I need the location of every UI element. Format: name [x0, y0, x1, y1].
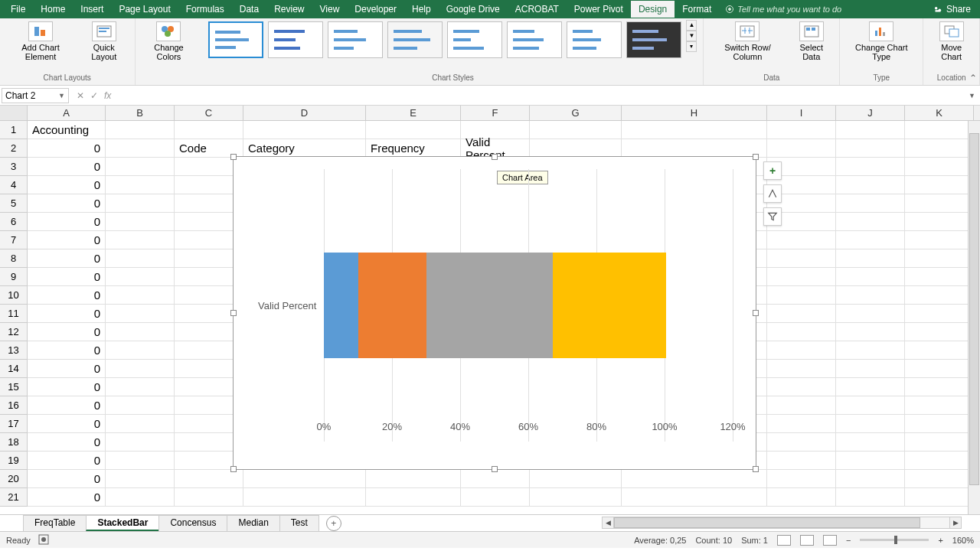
cell-B16[interactable]	[106, 396, 175, 415]
cell-B4[interactable]	[106, 176, 175, 194]
row-header-10[interactable]: 10	[0, 286, 28, 305]
sheet-tab-freqtable[interactable]: FreqTable	[23, 515, 87, 531]
cell-B10[interactable]	[106, 286, 175, 305]
cell-H21[interactable]	[622, 488, 767, 507]
cell-I12[interactable]	[767, 323, 836, 341]
tab-data[interactable]: Data	[232, 1, 266, 18]
cell-I8[interactable]	[767, 249, 836, 268]
cell-J4[interactable]	[836, 176, 905, 194]
row-header-21[interactable]: 21	[0, 488, 28, 507]
cell-G21[interactable]	[530, 488, 622, 507]
chart-filters-button[interactable]	[763, 207, 782, 226]
cell-G20[interactable]	[530, 470, 622, 488]
cell-I18[interactable]	[767, 433, 836, 452]
column-header-F[interactable]: F	[461, 106, 530, 120]
row-header-17[interactable]: 17	[0, 415, 28, 433]
cell-B5[interactable]	[106, 194, 175, 213]
cell-A18[interactable]: 0	[28, 433, 106, 452]
cell-C1[interactable]	[175, 121, 243, 139]
tab-developer[interactable]: Developer	[347, 1, 404, 18]
row-header-12[interactable]: 12	[0, 323, 28, 341]
cell-A5[interactable]: 0	[28, 194, 106, 213]
cell-G2[interactable]	[530, 139, 622, 158]
cell-B7[interactable]	[106, 231, 175, 249]
cell-J19[interactable]	[836, 452, 905, 470]
cell-A14[interactable]: 0	[28, 360, 106, 378]
cell-J3[interactable]	[836, 158, 905, 176]
row-header-4[interactable]: 4	[0, 176, 28, 194]
column-header-D[interactable]: D	[243, 106, 366, 120]
view-page-break-button[interactable]	[823, 535, 837, 546]
cell-J20[interactable]	[836, 470, 905, 488]
cell-J18[interactable]	[836, 433, 905, 452]
cell-J16[interactable]	[836, 396, 905, 415]
zoom-out-button[interactable]: −	[846, 536, 851, 545]
cancel-formula-icon[interactable]: ✕	[77, 90, 84, 101]
bar-segment[interactable]	[358, 253, 426, 358]
tab-insert[interactable]: Insert	[73, 1, 111, 18]
row-header-7[interactable]: 7	[0, 231, 28, 249]
cell-A10[interactable]: 0	[28, 286, 106, 305]
chart-styles-button[interactable]	[763, 184, 782, 203]
quick-layout-button[interactable]: Quick Layout	[78, 20, 129, 63]
cell-J7[interactable]	[836, 231, 905, 249]
cell-B13[interactable]	[106, 341, 175, 360]
cell-I9[interactable]	[767, 268, 836, 286]
tab-help[interactable]: Help	[404, 1, 439, 18]
cell-D2[interactable]: Category	[243, 139, 366, 158]
cell-K9[interactable]	[905, 268, 974, 286]
cell-A19[interactable]: 0	[28, 452, 106, 470]
change-chart-type-button[interactable]: Change Chart Type	[844, 20, 918, 63]
add-sheet-button[interactable]: +	[326, 516, 341, 531]
zoom-level[interactable]: 160%	[952, 536, 974, 545]
chart-style-3[interactable]	[328, 21, 383, 58]
plot-area[interactable]: Valid Percent 0%20%40%60%80%100%120%	[247, 169, 733, 442]
hscroll-left[interactable]: ◀	[602, 517, 614, 529]
cell-G1[interactable]	[530, 121, 622, 139]
move-chart-button[interactable]: Move Chart	[928, 20, 975, 63]
cell-J8[interactable]	[836, 249, 905, 268]
cell-A11[interactable]: 0	[28, 305, 106, 323]
cell-K8[interactable]	[905, 249, 974, 268]
cell-B8[interactable]	[106, 249, 175, 268]
styles-more[interactable]: ▾	[686, 41, 697, 52]
tab-google-drive[interactable]: Google Drive	[439, 1, 508, 18]
cell-A15[interactable]: 0	[28, 378, 106, 396]
cell-J2[interactable]	[836, 139, 905, 158]
cell-K7[interactable]	[905, 231, 974, 249]
cell-K10[interactable]	[905, 286, 974, 305]
cell-K15[interactable]	[905, 378, 974, 396]
cell-H2[interactable]	[622, 139, 767, 158]
cell-B1[interactable]	[106, 121, 175, 139]
resize-handle[interactable]	[492, 466, 498, 472]
cell-E1[interactable]	[366, 121, 461, 139]
bar-segment[interactable]	[426, 253, 553, 358]
scrollbar-thumb[interactable]	[614, 517, 920, 528]
row-header-5[interactable]: 5	[0, 194, 28, 213]
cell-J9[interactable]	[836, 268, 905, 286]
row-header-3[interactable]: 3	[0, 158, 28, 176]
cell-I1[interactable]	[767, 121, 836, 139]
cell-B9[interactable]	[106, 268, 175, 286]
cell-B11[interactable]	[106, 305, 175, 323]
column-header-I[interactable]: I	[767, 106, 836, 120]
cell-B14[interactable]	[106, 360, 175, 378]
cell-K21[interactable]	[905, 488, 974, 507]
tell-me[interactable]: Tell me what you want to do	[725, 5, 841, 14]
cell-I10[interactable]	[767, 286, 836, 305]
cell-A1[interactable]: Accounting	[28, 121, 106, 139]
resize-handle[interactable]	[230, 310, 237, 316]
cell-D21[interactable]	[243, 488, 366, 507]
macro-record-icon[interactable]	[38, 534, 49, 546]
chart-style-2[interactable]	[268, 21, 323, 58]
chart-elements-button[interactable]: +	[763, 161, 782, 180]
collapse-ribbon-icon[interactable]: ⌃	[969, 73, 977, 83]
cell-I21[interactable]	[767, 488, 836, 507]
vertical-scrollbar[interactable]	[968, 121, 980, 517]
resize-handle[interactable]	[753, 310, 759, 316]
cell-B12[interactable]	[106, 323, 175, 341]
cell-A12[interactable]: 0	[28, 323, 106, 341]
resize-handle[interactable]	[492, 154, 498, 160]
expand-formula-icon[interactable]: ▼	[964, 92, 980, 99]
cell-I20[interactable]	[767, 470, 836, 488]
